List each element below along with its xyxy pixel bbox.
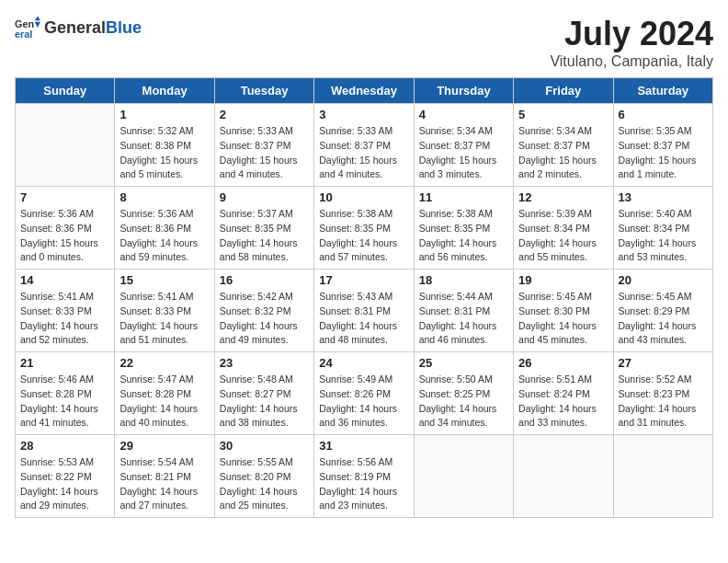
- day-info: Sunrise: 5:36 AMSunset: 8:36 PMDaylight:…: [20, 207, 109, 265]
- calendar-cell: 23Sunrise: 5:48 AMSunset: 8:27 PMDayligh…: [214, 352, 313, 435]
- day-number: 1: [119, 108, 209, 121]
- day-info: Sunrise: 5:53 AMSunset: 8:22 PMDaylight:…: [20, 455, 109, 513]
- logo: Gen eral GeneralBlue: [15, 15, 142, 40]
- day-number: 3: [319, 108, 408, 121]
- day-number: 24: [319, 356, 408, 370]
- day-number: 31: [319, 439, 408, 453]
- week-row-0: 1Sunrise: 5:32 AMSunset: 8:38 PMDaylight…: [16, 104, 713, 187]
- calendar-table: SundayMondayTuesdayWednesdayThursdayFrid…: [15, 77, 713, 518]
- day-number: 8: [119, 190, 209, 204]
- day-info: Sunrise: 5:46 AMSunset: 8:28 PMDaylight:…: [20, 373, 109, 431]
- week-row-4: 28Sunrise: 5:53 AMSunset: 8:22 PMDayligh…: [16, 435, 713, 518]
- calendar-cell: 12Sunrise: 5:39 AMSunset: 8:34 PMDayligh…: [514, 187, 613, 270]
- calendar-cell: 21Sunrise: 5:46 AMSunset: 8:28 PMDayligh…: [16, 352, 115, 435]
- day-number: 21: [20, 356, 109, 370]
- calendar-cell: 19Sunrise: 5:45 AMSunset: 8:30 PMDayligh…: [514, 270, 613, 352]
- day-info: Sunrise: 5:43 AMSunset: 8:31 PMDaylight:…: [319, 290, 408, 348]
- day-number: 20: [619, 273, 708, 287]
- day-number: 25: [419, 356, 508, 370]
- calendar-cell: 22Sunrise: 5:47 AMSunset: 8:28 PMDayligh…: [115, 352, 214, 435]
- day-number: 10: [319, 190, 408, 204]
- day-info: Sunrise: 5:45 AMSunset: 8:30 PMDaylight:…: [518, 290, 608, 348]
- day-info: Sunrise: 5:54 AMSunset: 8:21 PMDaylight:…: [119, 455, 209, 513]
- calendar-cell: [613, 435, 712, 518]
- calendar-cell: 8Sunrise: 5:36 AMSunset: 8:36 PMDaylight…: [115, 187, 214, 270]
- day-number: 22: [119, 356, 209, 370]
- column-header-tuesday: Tuesday: [214, 78, 313, 104]
- day-info: Sunrise: 5:41 AMSunset: 8:33 PMDaylight:…: [119, 290, 209, 348]
- day-number: 16: [220, 273, 309, 287]
- calendar-cell: 29Sunrise: 5:54 AMSunset: 8:21 PMDayligh…: [115, 435, 214, 518]
- calendar-cell: 20Sunrise: 5:45 AMSunset: 8:29 PMDayligh…: [613, 270, 712, 352]
- location-title: Vitulano, Campania, Italy: [550, 53, 713, 70]
- day-info: Sunrise: 5:34 AMSunset: 8:37 PMDaylight:…: [419, 124, 508, 182]
- logo-general-text: GeneralBlue: [44, 18, 142, 38]
- column-header-thursday: Thursday: [414, 78, 513, 104]
- calendar-cell: 27Sunrise: 5:52 AMSunset: 8:23 PMDayligh…: [613, 352, 712, 435]
- calendar-cell: 3Sunrise: 5:33 AMSunset: 8:37 PMDaylight…: [314, 104, 414, 187]
- calendar-cell: 5Sunrise: 5:34 AMSunset: 8:37 PMDaylight…: [514, 104, 613, 187]
- day-number: 29: [119, 439, 209, 453]
- day-number: 15: [119, 273, 209, 287]
- column-header-monday: Monday: [115, 78, 214, 104]
- day-number: 6: [619, 108, 708, 121]
- day-info: Sunrise: 5:51 AMSunset: 8:24 PMDaylight:…: [518, 373, 608, 431]
- calendar-cell: 15Sunrise: 5:41 AMSunset: 8:33 PMDayligh…: [115, 270, 214, 352]
- calendar-cell: 14Sunrise: 5:41 AMSunset: 8:33 PMDayligh…: [16, 270, 115, 352]
- calendar-cell: 18Sunrise: 5:44 AMSunset: 8:31 PMDayligh…: [414, 270, 513, 352]
- day-info: Sunrise: 5:40 AMSunset: 8:34 PMDaylight:…: [619, 207, 708, 265]
- day-number: 13: [619, 190, 708, 204]
- svg-text:eral: eral: [15, 29, 32, 40]
- calendar-cell: [414, 435, 513, 518]
- day-number: 28: [20, 439, 109, 453]
- day-number: 4: [419, 108, 508, 121]
- day-info: Sunrise: 5:56 AMSunset: 8:19 PMDaylight:…: [319, 455, 408, 513]
- calendar-cell: 9Sunrise: 5:37 AMSunset: 8:35 PMDaylight…: [214, 187, 313, 270]
- days-header-row: SundayMondayTuesdayWednesdayThursdayFrid…: [16, 78, 713, 104]
- logo-icon: Gen eral: [15, 15, 40, 40]
- calendar-cell: 4Sunrise: 5:34 AMSunset: 8:37 PMDaylight…: [414, 104, 513, 187]
- day-info: Sunrise: 5:42 AMSunset: 8:32 PMDaylight:…: [220, 290, 309, 348]
- svg-marker-2: [35, 17, 40, 21]
- day-info: Sunrise: 5:36 AMSunset: 8:36 PMDaylight:…: [119, 207, 209, 265]
- day-info: Sunrise: 5:32 AMSunset: 8:38 PMDaylight:…: [119, 124, 209, 182]
- day-info: Sunrise: 5:35 AMSunset: 8:37 PMDaylight:…: [619, 124, 708, 182]
- title-area: July 2024 Vitulano, Campania, Italy: [550, 15, 713, 70]
- day-info: Sunrise: 5:33 AMSunset: 8:37 PMDaylight:…: [319, 124, 408, 182]
- day-info: Sunrise: 5:34 AMSunset: 8:37 PMDaylight:…: [518, 124, 608, 182]
- day-number: 12: [518, 190, 608, 204]
- day-number: 14: [20, 273, 109, 287]
- day-info: Sunrise: 5:39 AMSunset: 8:34 PMDaylight:…: [518, 207, 608, 265]
- calendar-cell: 25Sunrise: 5:50 AMSunset: 8:25 PMDayligh…: [414, 352, 513, 435]
- calendar-cell: 16Sunrise: 5:42 AMSunset: 8:32 PMDayligh…: [214, 270, 313, 352]
- calendar-cell: [16, 104, 115, 187]
- calendar-cell: 1Sunrise: 5:32 AMSunset: 8:38 PMDaylight…: [115, 104, 214, 187]
- day-info: Sunrise: 5:38 AMSunset: 8:35 PMDaylight:…: [419, 207, 508, 265]
- column-header-wednesday: Wednesday: [314, 78, 414, 104]
- day-info: Sunrise: 5:45 AMSunset: 8:29 PMDaylight:…: [619, 290, 708, 348]
- day-number: 30: [220, 439, 309, 453]
- day-number: 5: [518, 108, 608, 121]
- calendar-cell: 30Sunrise: 5:55 AMSunset: 8:20 PMDayligh…: [214, 435, 313, 518]
- day-number: 2: [220, 108, 309, 121]
- day-number: 18: [419, 273, 508, 287]
- day-info: Sunrise: 5:33 AMSunset: 8:37 PMDaylight:…: [220, 124, 309, 182]
- calendar-cell: 11Sunrise: 5:38 AMSunset: 8:35 PMDayligh…: [414, 187, 513, 270]
- column-header-friday: Friday: [514, 78, 613, 104]
- day-info: Sunrise: 5:38 AMSunset: 8:35 PMDaylight:…: [319, 207, 408, 265]
- calendar-cell: 28Sunrise: 5:53 AMSunset: 8:22 PMDayligh…: [16, 435, 115, 518]
- calendar-cell: 24Sunrise: 5:49 AMSunset: 8:26 PMDayligh…: [314, 352, 414, 435]
- day-number: 19: [518, 273, 608, 287]
- month-title: July 2024: [550, 15, 713, 53]
- week-row-2: 14Sunrise: 5:41 AMSunset: 8:33 PMDayligh…: [16, 270, 713, 352]
- calendar-cell: 2Sunrise: 5:33 AMSunset: 8:37 PMDaylight…: [214, 104, 313, 187]
- day-info: Sunrise: 5:37 AMSunset: 8:35 PMDaylight:…: [220, 207, 309, 265]
- calendar-cell: 13Sunrise: 5:40 AMSunset: 8:34 PMDayligh…: [613, 187, 712, 270]
- week-row-1: 7Sunrise: 5:36 AMSunset: 8:36 PMDaylight…: [16, 187, 713, 270]
- svg-marker-3: [35, 22, 40, 28]
- header: Gen eral GeneralBlue July 2024 Vitulano,…: [15, 15, 713, 70]
- calendar-cell: 6Sunrise: 5:35 AMSunset: 8:37 PMDaylight…: [613, 104, 712, 187]
- day-info: Sunrise: 5:48 AMSunset: 8:27 PMDaylight:…: [220, 373, 309, 431]
- column-header-saturday: Saturday: [613, 78, 712, 104]
- day-info: Sunrise: 5:55 AMSunset: 8:20 PMDaylight:…: [220, 455, 309, 513]
